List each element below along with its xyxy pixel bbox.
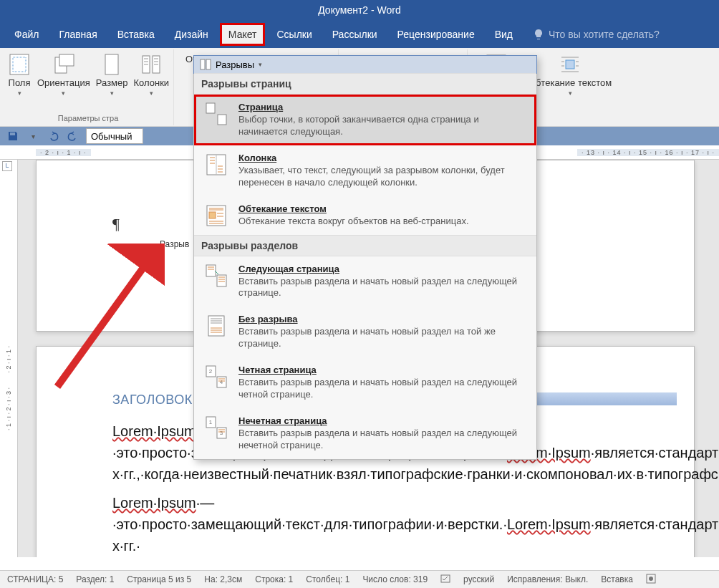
break-column-icon bbox=[204, 153, 228, 177]
status-insert-mode[interactable]: Вставка bbox=[601, 574, 633, 584]
tab-review[interactable]: Рецензирование bbox=[389, 23, 483, 46]
status-bar: СТРАНИЦА: 5 Раздел: 1 Страница 5 из 5 На… bbox=[0, 570, 719, 588]
svg-rect-18 bbox=[217, 275, 226, 286]
break-next-page-item[interactable]: Следующая страницаВставить разрыв раздел… bbox=[194, 256, 536, 307]
svg-rect-9 bbox=[566, 60, 574, 69]
break-page-icon bbox=[204, 102, 228, 126]
status-section[interactable]: Раздел: 1 bbox=[76, 574, 114, 584]
columns-button[interactable]: Колонки▾ bbox=[134, 52, 170, 97]
orientation-button[interactable]: Ориентация▾ bbox=[37, 52, 90, 97]
svg-rect-10 bbox=[201, 59, 205, 69]
breaks-section-sections: Разрывы разделов bbox=[194, 235, 536, 256]
svg-point-31 bbox=[649, 577, 653, 581]
status-track-changes[interactable]: Исправления: Выкл. bbox=[507, 574, 588, 584]
redo-button[interactable] bbox=[66, 129, 80, 143]
size-button[interactable]: Размер▾ bbox=[96, 52, 128, 97]
tab-references[interactable]: Ссылки bbox=[268, 23, 320, 46]
status-proofing-icon[interactable] bbox=[440, 574, 450, 586]
break-continuous-item[interactable]: Без разрываВставить разрыв раздела и нач… bbox=[194, 307, 536, 357]
qat-dropdown[interactable]: ▾ bbox=[26, 129, 40, 143]
status-line[interactable]: Строка: 1 bbox=[255, 574, 293, 584]
svg-rect-12 bbox=[206, 103, 215, 113]
tab-layout[interactable]: Макет bbox=[220, 23, 266, 46]
svg-text:3: 3 bbox=[220, 430, 223, 436]
svg-text:2: 2 bbox=[209, 368, 213, 375]
svg-rect-3 bbox=[59, 54, 74, 66]
ruler-ticks-right: · 13 · ı · 14 · ı · 15 · ı · 16 · ı · 17… bbox=[577, 149, 719, 156]
vertical-ruler[interactable]: · 2 · ı · 1 · · 1 · ı · 2 · ı · 3 · bbox=[0, 160, 18, 557]
body-paragraph-2: Lorem·Ipsum·—·это·просто·замещающий·текс… bbox=[112, 492, 677, 556]
status-macro-icon[interactable] bbox=[646, 574, 656, 586]
svg-rect-11 bbox=[206, 59, 211, 69]
status-word-count[interactable]: Число слов: 319 bbox=[362, 574, 428, 584]
window-title: Документ2 - Word bbox=[0, 0, 719, 20]
status-position[interactable]: На: 2,3см bbox=[204, 574, 242, 584]
orientation-icon bbox=[52, 52, 76, 77]
status-language[interactable]: русский bbox=[463, 574, 494, 584]
breaks-button[interactable]: Разрывы ▾ bbox=[193, 55, 537, 74]
heading-shape bbox=[526, 392, 677, 405]
columns-icon bbox=[139, 52, 163, 77]
size-icon bbox=[100, 52, 124, 77]
status-page-of[interactable]: Страница 5 из 5 bbox=[127, 574, 191, 584]
margins-button[interactable]: Поля▾ bbox=[7, 52, 32, 97]
tab-insert[interactable]: Вставка bbox=[109, 23, 163, 46]
break-even-page-item[interactable]: 24 Четная страницаВставить разрыв раздел… bbox=[194, 357, 536, 408]
status-page[interactable]: СТРАНИЦА: 5 bbox=[7, 574, 63, 584]
bulb-icon bbox=[533, 29, 544, 40]
ribbon-tabs: Файл Главная Вставка Дизайн Макет Ссылки… bbox=[0, 20, 719, 48]
status-column[interactable]: Столбец: 1 bbox=[306, 574, 349, 584]
break-page-item[interactable]: СтраницаВыбор точки, в которой заканчива… bbox=[194, 95, 536, 145]
tab-view[interactable]: Вид bbox=[486, 23, 521, 46]
tab-file[interactable]: Файл bbox=[6, 23, 47, 46]
break-column-item[interactable]: КолонкаУказывает, что текст, следующий з… bbox=[194, 145, 536, 196]
undo-button[interactable] bbox=[46, 129, 60, 143]
svg-rect-16 bbox=[209, 212, 216, 218]
ruler-ticks-left: · 2 · ı · 1 · ı · bbox=[36, 149, 91, 156]
tell-me-label: Что вы хотите сделать? bbox=[549, 29, 660, 40]
tab-mailings[interactable]: Рассылки bbox=[324, 23, 386, 46]
svg-rect-17 bbox=[206, 265, 216, 276]
page-setup-label: Параметры стра bbox=[58, 114, 118, 125]
breaks-icon bbox=[200, 59, 211, 70]
svg-rect-13 bbox=[218, 115, 226, 125]
style-selector[interactable]: Обычный bbox=[86, 128, 143, 144]
wrap-text-button[interactable]: Обтекание текстом▾ bbox=[529, 52, 612, 97]
break-wrapping-item[interactable]: Обтекание текстомОбтекание текста вокруг… bbox=[194, 196, 536, 235]
tab-home[interactable]: Главная bbox=[50, 23, 105, 46]
wrap-text-icon bbox=[558, 52, 582, 77]
break-odd-page-item[interactable]: 13 Нечетная страницаВставить разрыв разд… bbox=[194, 408, 536, 459]
tab-design[interactable]: Дизайн bbox=[166, 23, 217, 46]
tab-selector[interactable]: L bbox=[2, 161, 12, 171]
margins-icon bbox=[7, 52, 32, 77]
page-setup-group: Поля▾ Ориентация▾ Размер▾ Колонки▾ Парам… bbox=[3, 49, 174, 125]
save-button[interactable] bbox=[6, 129, 20, 143]
svg-text:4: 4 bbox=[220, 379, 223, 385]
break-wrapping-icon bbox=[204, 203, 228, 228]
break-odd-page-icon: 13 bbox=[204, 415, 228, 440]
tell-me[interactable]: Что вы хотите сделать? bbox=[533, 29, 660, 40]
svg-rect-4 bbox=[105, 54, 118, 74]
break-next-page-icon bbox=[204, 264, 228, 288]
break-even-page-icon: 24 bbox=[204, 365, 228, 389]
breaks-section-pages: Разрывы страниц bbox=[194, 73, 536, 95]
break-continuous-icon bbox=[204, 314, 228, 338]
breaks-dropdown: Разрывы ▾ Разрывы страниц СтраницаВыбор … bbox=[193, 55, 537, 460]
svg-text:1: 1 bbox=[209, 419, 213, 425]
